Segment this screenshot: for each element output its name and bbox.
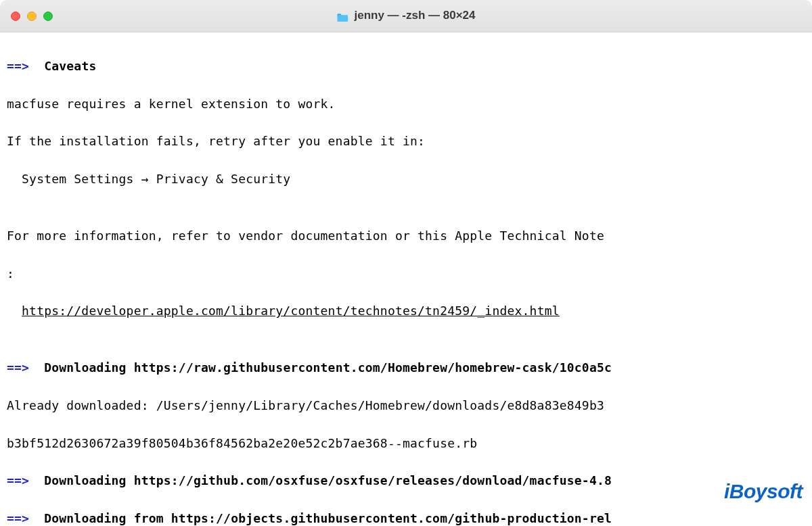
output-indent [7,304,22,318]
output-line: b3bf512d2630672a39f80504b36f84562ba2e20e… [7,434,805,453]
output-arrow: ==> [7,511,29,525]
close-icon[interactable] [11,11,20,21]
window-title: jenny — -zsh — 80×24 [336,7,475,24]
maximize-icon[interactable] [43,11,53,21]
traffic-lights [11,11,53,21]
downloading-line: Downloading https://github.com/osxfuse/o… [44,473,612,487]
output-line: System Settings → Privacy & Security [7,170,805,189]
terminal-output[interactable]: ==> Caveats macfuse requires a kernel ex… [0,32,812,526]
caveats-heading: Caveats [44,59,96,73]
minimize-icon[interactable] [27,11,37,21]
output-line: : [7,264,805,283]
output-arrow: ==> [7,360,29,375]
output-line: macfuse requires a kernel extension to w… [7,95,805,114]
window-titlebar: jenny — -zsh — 80×24 [0,0,812,32]
output-line: For more information, refer to vendor do… [7,226,805,245]
output-line: If the installation fails, retry after y… [7,132,805,151]
downloading-line: Downloading https://raw.githubuserconten… [44,360,612,375]
output-line: Already downloaded: /Users/jenny/Library… [7,396,805,415]
folder-icon [336,11,348,22]
output-link[interactable]: https://developer.apple.com/library/cont… [22,304,560,318]
output-arrow: ==> [7,59,29,73]
output-arrow: ==> [7,473,29,487]
downloading-line: Downloading from https://objects.githubu… [44,511,612,525]
window-title-text: jenny — -zsh — 80×24 [354,7,475,24]
